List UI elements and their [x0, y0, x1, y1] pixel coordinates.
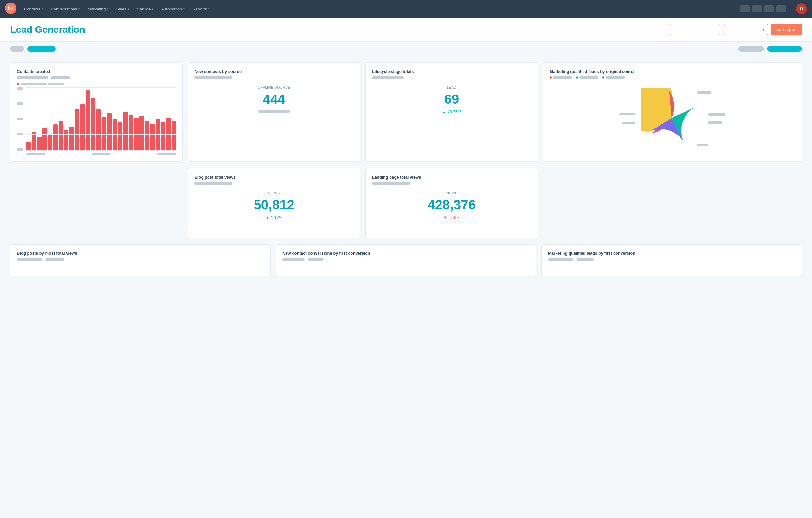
- new-contacts-title: New contacts by source: [194, 69, 353, 74]
- chart-bar: [123, 112, 128, 151]
- nav-icon-btn-1[interactable]: [740, 5, 750, 12]
- down-arrow-icon: ▼: [443, 215, 447, 220]
- chart-bar: [113, 119, 117, 151]
- pie-right-labels: [708, 113, 725, 124]
- contact-conversions-title: New contact conversions by first convers…: [282, 251, 530, 256]
- blog-views-value: 50,812: [194, 197, 353, 213]
- pie-right-label-1: [708, 113, 725, 116]
- pie-legend: [550, 77, 795, 79]
- filter-pill-teal-right[interactable]: [767, 46, 802, 52]
- filter-pill-gray[interactable]: [10, 46, 24, 52]
- nav-item-service[interactable]: Service ▾: [134, 5, 156, 13]
- pie-left-label-2: [622, 122, 635, 124]
- mql-by-source-card: Marketing qualified leads by original so…: [543, 62, 802, 162]
- nav-item-marketing[interactable]: Marketing ▾: [84, 5, 112, 13]
- legend-dot: [17, 83, 19, 85]
- chart-bar: [37, 137, 41, 151]
- new-contact-conversions-card: New contact conversions by first convers…: [276, 244, 536, 276]
- views-label-1: VIEWS: [194, 191, 353, 195]
- date-range-input[interactable]: [670, 24, 720, 35]
- filter-bar: [0, 42, 812, 56]
- lead-value: 69: [372, 92, 531, 107]
- filter-pill-gray-right[interactable]: [738, 46, 764, 52]
- chart-bar: [107, 113, 112, 151]
- pie-top-label: [697, 91, 711, 93]
- filter-select[interactable]: ▾: [724, 24, 768, 35]
- lifecycle-change: ▲ 43.75%: [372, 109, 531, 114]
- landing-page-views-card: Landing page total views VIEWS 428,376 ▼…: [366, 168, 538, 238]
- legend-bar-1: [21, 83, 47, 85]
- legend-text-bar-3: [606, 77, 625, 79]
- add-report-button[interactable]: Add report: [771, 24, 802, 35]
- chart-bar: [69, 127, 74, 151]
- chart-bar: [75, 109, 79, 151]
- chart-bar: [150, 124, 155, 151]
- filter-left: [10, 46, 56, 52]
- chart-bar: [42, 128, 47, 151]
- hubspot-logo[interactable]: hs: [5, 3, 17, 15]
- pie-legend-item-1: [550, 77, 572, 79]
- card-bar: [372, 77, 404, 79]
- chart-bar: [140, 116, 144, 151]
- bar-chart: [26, 87, 176, 151]
- chevron-down-icon: ▾: [152, 7, 153, 10]
- chart-bar: [96, 109, 101, 151]
- lifecycle-title: Lifecycle stage totals: [372, 69, 531, 74]
- contacts-created-title: Contacts created: [17, 69, 176, 74]
- nav-item-conversations[interactable]: Conversations ▾: [48, 5, 83, 13]
- pie-segment-teal: [672, 107, 694, 141]
- offline-source-value: 444: [194, 92, 353, 107]
- dashboard: Contacts created: [0, 56, 812, 286]
- blog-posts-most-views-card: Blog posts by most total views: [10, 244, 271, 276]
- blog-views-change: ▲ 1.17%: [194, 215, 353, 220]
- metric-sub-bar: [258, 110, 290, 113]
- nav-icon-btn-3[interactable]: [764, 5, 774, 12]
- chart-bar: [86, 90, 90, 151]
- legend-bar-2: [49, 83, 64, 85]
- chart-bar: [134, 118, 139, 151]
- blog-views-title: Blog post total views: [194, 175, 353, 180]
- new-contacts-by-source-card: New contacts by source OFFLINE SOURCE 44…: [187, 62, 360, 162]
- page-header: Lead Generation ▾ Add report: [0, 18, 812, 42]
- bottom-bar-f: [577, 258, 594, 261]
- nav-icon-btn-2[interactable]: [752, 5, 762, 12]
- landing-views-title: Landing page total views: [372, 175, 531, 180]
- landing-views-change: ▼ 2.78%: [372, 215, 531, 220]
- bottom-bar-a: [17, 258, 42, 261]
- pie-legend-item-3: [602, 77, 625, 79]
- chart-bar: [161, 122, 166, 151]
- contacts-created-card: Contacts created: [10, 62, 182, 162]
- chart-bar: [59, 120, 63, 151]
- nav-item-automation[interactable]: Automation ▾: [158, 5, 188, 13]
- nav-icon-btn-4[interactable]: [776, 5, 786, 12]
- pie-chart-svg: [641, 88, 702, 148]
- nav-item-contacts[interactable]: Contacts ▾: [21, 5, 46, 13]
- chart-bar: [155, 119, 160, 151]
- bottom-bars-2: [282, 258, 530, 261]
- chevron-down-icon: ▾: [107, 7, 109, 10]
- chart-bar: [172, 120, 176, 151]
- filter-pill-teal[interactable]: [27, 46, 56, 52]
- navbar: hs Contacts ▾ Conversations ▾ Marketing …: [0, 0, 812, 18]
- bottom-bar-d: [308, 258, 324, 261]
- bottom-bars-1: [17, 258, 264, 261]
- chart-bar: [166, 118, 171, 151]
- chevron-down-icon: ▾: [128, 7, 129, 10]
- nav-item-sales[interactable]: Sales ▾: [113, 5, 133, 13]
- bottom-bar-c: [282, 258, 304, 261]
- bottom-bars-3: [548, 258, 795, 261]
- card-bar: [194, 182, 232, 185]
- card-bar: [194, 77, 232, 79]
- chevron-down-icon: ▾: [208, 7, 210, 10]
- blog-most-views-title: Blog posts by most total views: [17, 251, 264, 256]
- chart-bar: [32, 132, 36, 151]
- lifecycle-stage-card: Lifecycle stage totals LEAD 69 ▲ 43.75%: [366, 62, 538, 162]
- subtitle-bar-1: [17, 77, 49, 79]
- legend-text-bar-1: [553, 77, 572, 79]
- card-bar: [372, 182, 410, 185]
- nav-items: Contacts ▾ Conversations ▾ Marketing ▾ S…: [21, 5, 740, 13]
- pie-bottom-label: [697, 144, 708, 146]
- nav-item-reports[interactable]: Reports ▾: [189, 5, 213, 13]
- avatar[interactable]: U: [796, 3, 807, 14]
- chevron-down-icon: ▾: [183, 7, 185, 10]
